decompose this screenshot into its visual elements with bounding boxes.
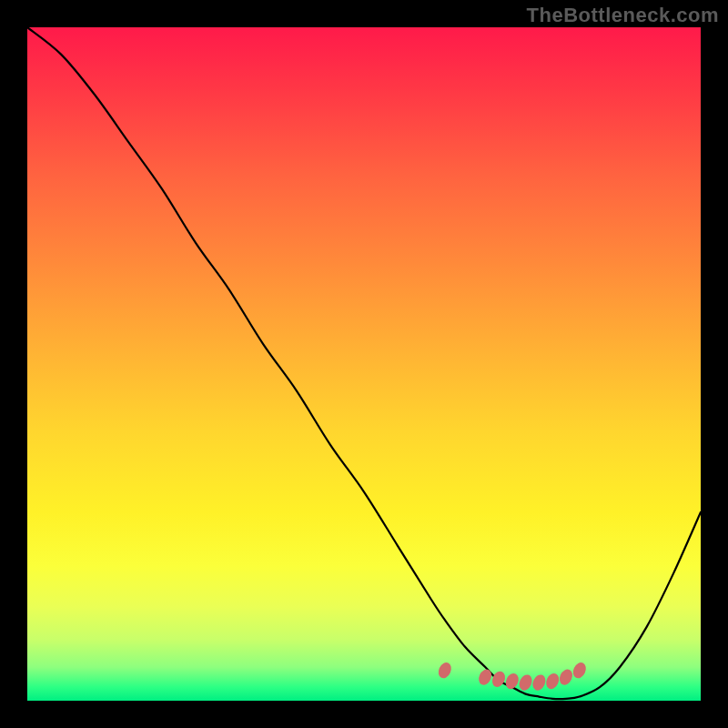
curve-layer: [27, 27, 701, 701]
bottleneck-curve: [27, 27, 701, 699]
marker-dot: [557, 667, 574, 687]
marker-dot: [531, 672, 548, 693]
plot-area: [27, 27, 701, 701]
marker-dot: [544, 672, 561, 692]
marker-dot: [571, 661, 588, 681]
marker-dot: [490, 669, 507, 689]
watermark-text: TheBottleneck.com: [527, 4, 719, 27]
chart-frame: TheBottleneck.com: [0, 0, 728, 728]
marker-dot: [503, 672, 521, 692]
marker-dot: [436, 661, 453, 681]
highlight-markers: [436, 661, 588, 693]
marker-dot: [517, 672, 534, 693]
marker-dot: [477, 667, 494, 687]
